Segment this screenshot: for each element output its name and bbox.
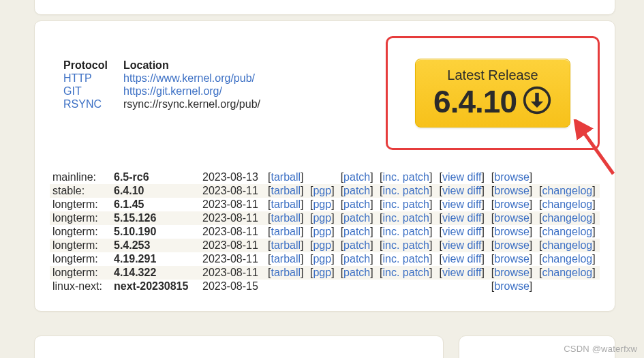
patch-cell [338,280,377,293]
patch-link[interactable]: patch [343,185,370,196]
branch-cell: linux-next: [50,280,111,293]
tarball-cell [265,280,307,293]
browse-link[interactable]: browse [494,226,530,237]
tarball-link[interactable]: tarball [271,267,301,278]
tarball-link[interactable]: tarball [271,212,301,224]
browse-link[interactable]: browse [494,198,530,210]
incpatch-link[interactable]: inc. patch [383,226,429,237]
viewdiff-link[interactable]: view diff [442,171,482,183]
tarball-link[interactable]: tarball [271,226,301,237]
protocol-name[interactable]: HTTP [63,72,123,85]
protocol-header-col2: Location [123,59,169,72]
branch-cell: longterm: [50,239,111,252]
patch-link[interactable]: patch [343,198,370,210]
viewdiff-cell: [view diff] [437,252,489,266]
changelog-cell: [changelog] [536,184,600,198]
changelog-cell: [changelog] [536,198,600,211]
pgp-link[interactable]: pgp [313,267,331,278]
browse-cell: [browse] [489,170,536,184]
patch-link[interactable]: patch [343,171,370,183]
browse-cell: [browse] [489,280,536,293]
protocol-location-link[interactable]: https://git.kernel.org/ [123,85,222,97]
viewdiff-link[interactable]: view diff [442,212,482,224]
browse-cell: [browse] [489,225,536,239]
incpatch-cell: [inc. patch] [377,252,436,266]
date-cell: 2023-08-11 [200,211,265,225]
incpatch-link[interactable]: inc. patch [383,171,429,183]
browse-link[interactable]: browse [494,253,530,265]
pgp-link[interactable]: pgp [313,185,331,196]
changelog-link[interactable]: changelog [542,267,592,278]
pgp-link[interactable]: pgp [313,226,331,237]
date-cell: 2023-08-11 [200,239,265,252]
tarball-link[interactable]: tarball [271,253,301,265]
patch-cell: [patch] [338,211,377,225]
pgp-link[interactable]: pgp [313,253,331,265]
patch-link[interactable]: patch [343,226,370,237]
viewdiff-link[interactable]: view diff [442,198,482,210]
protocol-location: https://git.kernel.org/ [123,85,222,98]
patch-cell: [patch] [338,266,377,280]
protocol-location-link[interactable]: https://www.kernel.org/pub/ [123,72,255,84]
browse-link[interactable]: browse [494,185,530,196]
protocol-name[interactable]: RSYNC [63,98,123,110]
patch-link[interactable]: patch [343,212,370,224]
changelog-link[interactable]: changelog [542,185,592,196]
browse-link[interactable]: browse [494,239,530,251]
tarball-cell: [tarball] [265,225,307,239]
browse-link[interactable]: browse [494,280,530,292]
patch-link[interactable]: patch [343,267,370,278]
incpatch-link[interactable]: inc. patch [383,267,429,278]
latest-release-button[interactable]: Latest Release 6.4.10 [415,59,570,128]
pgp-link[interactable]: pgp [313,212,331,224]
changelog-cell: [changelog] [536,252,600,266]
incpatch-cell [377,280,436,293]
browse-cell: [browse] [489,184,536,198]
browse-link[interactable]: browse [494,267,530,278]
date-cell: 2023-08-11 [200,266,265,280]
patch-cell: [patch] [338,198,377,211]
changelog-link[interactable]: changelog [542,198,592,210]
tarball-link[interactable]: tarball [271,185,301,196]
incpatch-link[interactable]: inc. patch [383,253,429,265]
browse-link[interactable]: browse [494,212,530,224]
patch-cell: [patch] [338,239,377,252]
incpatch-link[interactable]: inc. patch [383,185,429,196]
patch-link[interactable]: patch [343,239,370,251]
changelog-link[interactable]: changelog [542,212,592,224]
version-cell: 5.15.126 [111,211,200,225]
pgp-cell [307,170,338,184]
tarball-link[interactable]: tarball [271,239,301,251]
arrow-annotation-icon [572,119,620,181]
incpatch-cell: [inc. patch] [377,225,436,239]
pgp-link[interactable]: pgp [313,239,331,251]
version-cell: 4.19.291 [111,252,200,266]
viewdiff-link[interactable]: view diff [442,185,482,196]
viewdiff-link[interactable]: view diff [442,267,482,278]
patch-cell: [patch] [338,252,377,266]
protocol-name[interactable]: GIT [63,85,123,98]
changelog-link[interactable]: changelog [542,253,592,265]
viewdiff-link[interactable]: view diff [442,226,482,237]
table-row: linux-next:next-202308152023-08-15[brows… [50,280,600,293]
branch-cell: longterm: [50,198,111,211]
pgp-cell: [pgp] [307,266,338,280]
patch-link[interactable]: patch [343,253,370,265]
version-cell: 6.5-rc6 [111,170,200,184]
incpatch-cell: [inc. patch] [377,170,436,184]
changelog-link[interactable]: changelog [542,239,592,251]
browse-link[interactable]: browse [494,171,530,183]
viewdiff-link[interactable]: view diff [442,239,482,251]
incpatch-link[interactable]: inc. patch [383,198,429,210]
pgp-link[interactable]: pgp [313,198,331,210]
changelog-link[interactable]: changelog [542,226,592,237]
viewdiff-cell: [view diff] [437,211,489,225]
incpatch-link[interactable]: inc. patch [383,212,429,224]
date-cell: 2023-08-13 [200,170,265,184]
incpatch-link[interactable]: inc. patch [383,239,429,251]
tarball-link[interactable]: tarball [271,171,301,183]
latest-release-version: 6.4.10 [433,83,517,120]
viewdiff-link[interactable]: view diff [442,253,482,265]
bottom-panel-left [34,335,444,358]
tarball-link[interactable]: tarball [271,198,301,210]
